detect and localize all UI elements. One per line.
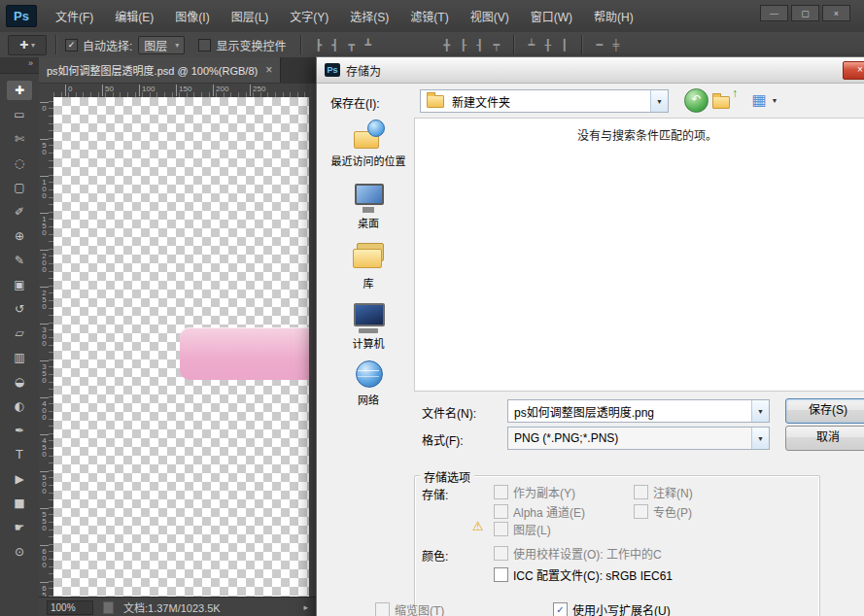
ruler-mark: 400 xyxy=(40,397,49,420)
collapse-panel-button[interactable]: » xyxy=(0,57,39,74)
marquee-tool[interactable]: ▭ xyxy=(7,105,32,124)
shape-tool[interactable]: ■ xyxy=(7,494,32,513)
quick-selection-tool[interactable]: ◌ xyxy=(7,154,32,173)
icc-profile-label: ICC 配置文件(C): sRGB IEC61 xyxy=(513,566,673,583)
lowercase-extension-checkbox[interactable]: ✓ xyxy=(553,602,568,616)
align-icon[interactable]: ┫ xyxy=(327,37,343,52)
brush-tool[interactable]: ✎ xyxy=(7,251,32,270)
separator xyxy=(513,35,514,54)
icc-profile-checkbox[interactable] xyxy=(494,567,508,582)
align-icon[interactable]: ┳ xyxy=(343,37,360,52)
menu-select[interactable]: 选择(S) xyxy=(339,0,399,32)
hand-tool[interactable]: ☛ xyxy=(7,518,32,537)
zoom-level-field[interactable]: 100% xyxy=(47,600,93,615)
menu-bar: Ps 文件(F) 编辑(E) 图像(I) 图层(L) 文字(Y) 选择(S) 滤… xyxy=(0,0,864,33)
menu-image[interactable]: 图像(I) xyxy=(164,0,220,32)
file-list[interactable]: 没有与搜索条件匹配的项。 xyxy=(414,118,864,392)
filename-input[interactable]: ps如何调整图层透明度.png ▼ xyxy=(507,399,770,423)
view-menu-button[interactable]: ▦ ▼ xyxy=(744,89,785,111)
alpha-channels-label: Alpha 通道(E) xyxy=(513,503,585,520)
canvas[interactable] xyxy=(53,97,309,597)
align-icon[interactable]: ┣ xyxy=(310,37,327,52)
align-icon[interactable]: ┠ xyxy=(455,37,471,52)
blur-tool[interactable]: ◒ xyxy=(7,372,32,392)
align-icon[interactable]: ┯ xyxy=(488,37,504,52)
proof-setup-checkbox[interactable] xyxy=(494,546,508,561)
back-icon[interactable]: ↶ xyxy=(684,88,708,113)
ruler-mark: 250 xyxy=(250,85,265,96)
place-desktop[interactable]: 桌面 xyxy=(327,182,410,230)
menu-help[interactable]: 帮助(H) xyxy=(583,0,644,32)
ruler-mark: 200 xyxy=(213,85,228,96)
eyedropper-tool[interactable]: ✐ xyxy=(7,202,32,222)
type-tool[interactable]: T xyxy=(7,445,32,464)
menu-type[interactable]: 文字(Y) xyxy=(279,0,339,32)
distribute-icon[interactable]: ━ xyxy=(591,37,607,52)
gradient-tool[interactable]: ▥ xyxy=(7,348,32,367)
place-recent-locations[interactable]: 最近访问的位置 xyxy=(327,120,410,168)
clone-stamp-tool[interactable]: ▣ xyxy=(7,275,32,294)
auto-select-target-dropdown[interactable]: 图层 ▾ xyxy=(138,36,185,54)
menu-window[interactable]: 窗口(W) xyxy=(520,0,583,32)
distribute-icon[interactable]: ┃ xyxy=(556,37,572,52)
save-in-dropdown[interactable]: 新建文件夹 ▼ xyxy=(420,89,669,113)
healing-brush-tool[interactable]: ⊕ xyxy=(7,226,32,246)
align-icon[interactable]: ┻ xyxy=(360,37,376,52)
layers-option: 图层(L) xyxy=(494,521,551,537)
close-icon[interactable]: × xyxy=(265,63,272,77)
ruler-mark: 150 xyxy=(40,213,49,235)
align-icon[interactable]: ╋ xyxy=(438,37,455,52)
lasso-tool[interactable]: ✄ xyxy=(7,129,32,149)
alpha-channels-checkbox[interactable] xyxy=(494,504,508,519)
up-one-level-icon[interactable]: ↑ xyxy=(712,88,738,111)
ruler-mark: 0 xyxy=(65,85,72,96)
menu-edit[interactable]: 编辑(E) xyxy=(104,0,164,32)
restore-button[interactable]: ▢ xyxy=(791,5,819,21)
current-tool-button[interactable]: ✚ ▾ xyxy=(8,35,47,55)
place-network[interactable]: 网络 xyxy=(327,359,410,407)
eraser-tool[interactable]: ▱ xyxy=(7,324,32,343)
align-icon[interactable]: ┨ xyxy=(471,37,488,52)
dialog-title-bar[interactable]: Ps 存储为 xyxy=(317,57,864,84)
spot-colors-checkbox[interactable] xyxy=(634,504,648,519)
history-brush-tool[interactable]: ↺ xyxy=(7,299,32,319)
thumbnail-checkbox[interactable] xyxy=(375,602,390,616)
zoom-tool[interactable]: ⊙ xyxy=(7,542,32,562)
chevron-down-icon: ▾ xyxy=(175,41,179,50)
distribute-icon[interactable]: ┷ xyxy=(523,37,539,52)
filename-label: 文件名(N): xyxy=(422,404,476,421)
ruler-mark: 0 xyxy=(40,102,49,111)
dialog-close-button[interactable]: × xyxy=(843,61,864,80)
thumbnail-option: 缩览图(T) xyxy=(375,601,444,616)
dodge-tool[interactable]: ◐ xyxy=(7,396,32,416)
document-tab[interactable]: ps如何调整图层透明度.psd @ 100%(RGB/8) × xyxy=(39,57,281,83)
pen-tool[interactable]: ✒ xyxy=(7,421,32,440)
icc-profile-option: ICC 配置文件(C): sRGB IEC61 xyxy=(494,566,673,583)
close-window-button[interactable]: × xyxy=(822,5,850,21)
lowercase-extension-option: ✓ 使用小写扩展名(U) xyxy=(553,601,671,616)
status-arrow-icon[interactable]: ▸ xyxy=(303,602,308,612)
distribute-icon[interactable]: ╂ xyxy=(539,37,556,52)
cancel-button[interactable]: 取消 xyxy=(785,426,864,451)
format-dropdown[interactable]: PNG (*.PNG;*.PNS) ▼ xyxy=(507,427,770,450)
save-as-dialog: Ps 存储为 × 保存在(I): 新建文件夹 ▼ ↶ ↑ ▦ ▼ 最近访问的位置… xyxy=(316,56,864,616)
move-tool[interactable]: ✚ xyxy=(7,81,32,100)
menu-layer[interactable]: 图层(L) xyxy=(221,0,280,32)
auto-select-checkbox[interactable]: ✓ xyxy=(65,39,78,51)
menu-file[interactable]: 文件(F) xyxy=(45,0,104,32)
crop-tool[interactable]: ▢ xyxy=(7,178,32,197)
place-computer[interactable]: 计算机 xyxy=(327,302,410,351)
as-copy-checkbox[interactable] xyxy=(494,485,508,499)
save-button[interactable]: 保存(S) xyxy=(785,398,864,424)
menu-filter[interactable]: 滤镜(T) xyxy=(399,0,459,32)
path-selection-tool[interactable]: ▶ xyxy=(7,469,32,489)
place-libraries[interactable]: 库 xyxy=(327,242,410,291)
distribute-icon[interactable]: ╪ xyxy=(607,37,624,52)
minimize-button[interactable]: — xyxy=(760,5,788,21)
show-transform-controls-checkbox[interactable] xyxy=(198,39,211,51)
layers-checkbox[interactable] xyxy=(494,522,508,536)
menu-view[interactable]: 视图(V) xyxy=(460,0,520,32)
document-tab-bar: ps如何调整图层透明度.psd @ 100%(RGB/8) × xyxy=(39,57,316,84)
annotations-checkbox[interactable] xyxy=(634,485,648,499)
separator xyxy=(55,35,56,54)
